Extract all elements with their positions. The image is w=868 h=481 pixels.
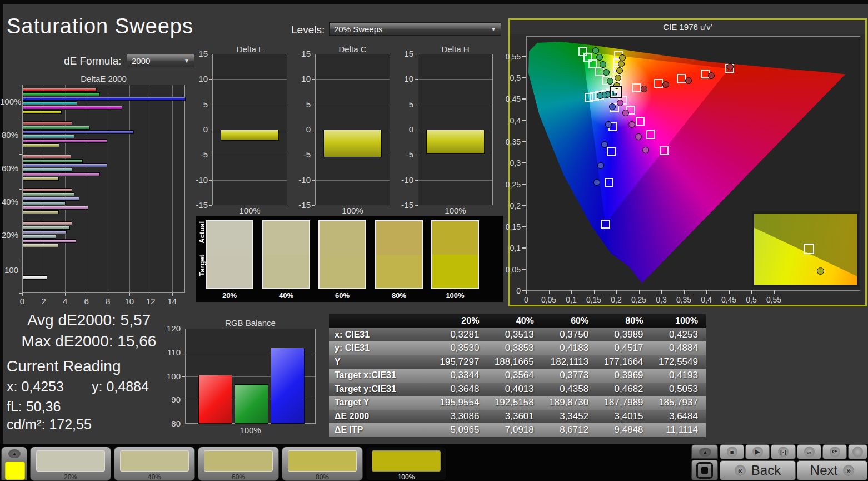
table-cell: 177,1664 xyxy=(596,355,651,369)
target-row-label: Target xyxy=(198,255,206,276)
x-tick xyxy=(87,293,87,296)
actual-row-label: Actual xyxy=(198,221,206,244)
deltae-bar-green-80% xyxy=(23,126,90,130)
delta-c-xlabel: 100% xyxy=(315,206,390,215)
y-tick xyxy=(415,205,418,206)
patch-button-60%[interactable]: 60% xyxy=(198,447,279,481)
deltae-bar-green-20% xyxy=(23,226,70,230)
cie-target-magenta-100% xyxy=(660,146,669,155)
current-patch-tile[interactable]: ▲ xyxy=(1,447,27,480)
x-tick xyxy=(594,290,595,294)
patch-swatch xyxy=(288,450,357,472)
table-cell: 0,4358 xyxy=(542,383,596,396)
swatch-target-40% xyxy=(263,255,309,288)
x-tick xyxy=(774,290,775,294)
table-cell: 9,4848 xyxy=(596,423,651,437)
collapse-arrow-icon[interactable]: ▲ xyxy=(8,449,21,458)
deltae-bar-yellow-100% xyxy=(23,110,62,114)
table-row[interactable]: Target Y195,9554192,5158189,8730187,7989… xyxy=(329,396,706,410)
patch-button-100%[interactable]: 100% xyxy=(366,447,447,481)
loop-button[interactable]: ⟳ xyxy=(822,444,847,459)
play-button[interactable]: ▶ xyxy=(745,444,770,459)
gridline xyxy=(213,180,287,181)
infinity-button[interactable]: ∞ xyxy=(797,444,821,459)
cie-measured-red-20% xyxy=(641,86,647,92)
cie-target-red-40% xyxy=(654,79,663,88)
table-row[interactable]: Target x:CIE310,33440,35640,37730,39690,… xyxy=(329,369,706,383)
levels-label: Levels: xyxy=(291,24,325,36)
table-row-label: Y xyxy=(329,355,432,369)
y-tick-label: -10 xyxy=(292,175,311,185)
next-button[interactable]: Next» xyxy=(797,460,867,480)
delta-h-xlabel: 100% xyxy=(418,206,493,215)
y-tick-label: 0 xyxy=(395,125,413,134)
delta-l-xlabel: 100% xyxy=(212,206,287,215)
pattern-window-toggle[interactable]: ▲ xyxy=(691,444,718,459)
table-cell: 0,4183 xyxy=(542,341,596,355)
swatch-target-60% xyxy=(320,255,365,288)
levels-dropdown[interactable]: 20% Sweeps ▼ xyxy=(329,22,501,36)
y-tick-label: 0 xyxy=(496,286,521,295)
y-tick-label: 0 xyxy=(292,125,311,134)
range-button[interactable]: [·] xyxy=(771,444,796,459)
rgb-bar-blue xyxy=(271,348,305,424)
cie-zoom-inset xyxy=(752,211,859,287)
de-formula-dropdown[interactable]: 2000 ▼ xyxy=(127,54,194,67)
next-arrow-icon: » xyxy=(843,465,854,476)
back-label: Back xyxy=(751,463,781,478)
swatch-100% xyxy=(431,220,479,289)
collapse-arrow-icon[interactable]: ▲ xyxy=(699,448,711,457)
cie-target-blue-60% xyxy=(607,147,616,156)
table-row[interactable]: ΔE 20003,30863,36013,34523,40153,6484 xyxy=(329,410,706,424)
delta-c-bar xyxy=(323,130,382,157)
table-header-cell: 80% xyxy=(596,314,651,328)
table-row[interactable]: ΔE ITP5,09657,09188,67129,484811,1114 xyxy=(329,423,706,437)
table-row[interactable]: y: CIE310,35300,38530,41830,45170,4884 xyxy=(329,341,706,355)
table-cell: 5,0965 xyxy=(432,423,487,437)
gridline xyxy=(316,79,390,80)
rgb-balance-title: RGB Balance xyxy=(185,318,316,328)
y-tick xyxy=(19,293,22,294)
current-patch-preview xyxy=(5,462,25,480)
table-row[interactable]: Y195,7297188,1665182,1113177,1664172,554… xyxy=(329,355,706,369)
table-row-label: Target x:CIE31 xyxy=(329,369,432,383)
blank-button[interactable] xyxy=(848,444,867,459)
table-row[interactable]: Target y:CIE310,36480,40130,43580,46820,… xyxy=(329,383,706,396)
table-header-cell: 60% xyxy=(542,314,596,328)
pattern-display-button[interactable] xyxy=(691,460,718,480)
cie-target-cyan-100% xyxy=(585,93,593,102)
cie-measured-magenta-80% xyxy=(635,133,642,140)
swatch-label: 100% xyxy=(431,291,479,300)
deltae-bar-magenta-20% xyxy=(23,239,76,243)
y-tick xyxy=(312,105,315,105)
patch-button-40%[interactable]: 40% xyxy=(114,447,195,481)
x-tick-label: 4 xyxy=(58,296,72,306)
y-tick xyxy=(522,162,526,163)
reading-fl: fL: 50,36 xyxy=(7,399,61,415)
y-tick xyxy=(415,155,418,155)
group-label: 100 xyxy=(0,265,18,275)
x-tick-label: 0,05 xyxy=(537,295,561,304)
table-row[interactable]: x: CIE310,32810,35130,37500,39890,4253 xyxy=(329,328,706,342)
table-row-label: Target Y xyxy=(329,396,432,410)
y-tick-label: 10 xyxy=(292,74,311,83)
table-cell: 0,3564 xyxy=(487,369,541,383)
chevron-down-icon: ▼ xyxy=(491,26,496,32)
patch-button-80%[interactable]: 80% xyxy=(282,447,363,481)
blank-icon xyxy=(852,447,863,457)
y-tick-label: 0,05 xyxy=(496,265,521,274)
patch-button-20%[interactable]: 20% xyxy=(30,447,111,481)
swatch-target-20% xyxy=(207,255,252,288)
deltae-bar-green-40% xyxy=(23,192,74,196)
x-tick xyxy=(151,293,151,296)
reading-x: x: 0,4253 xyxy=(7,379,64,395)
page-title: Saturation Sweeps xyxy=(7,14,193,38)
play-icon: ▶ xyxy=(752,447,763,457)
x-tick-label: 0,4 xyxy=(694,295,719,304)
y-tick-label: 120 xyxy=(162,324,181,333)
y-tick xyxy=(522,141,526,142)
deltae-bar-magenta-40% xyxy=(23,206,88,210)
back-button[interactable]: «Back xyxy=(720,460,796,480)
y-tick xyxy=(19,85,22,85)
stop-button[interactable]: ■ xyxy=(720,444,744,459)
